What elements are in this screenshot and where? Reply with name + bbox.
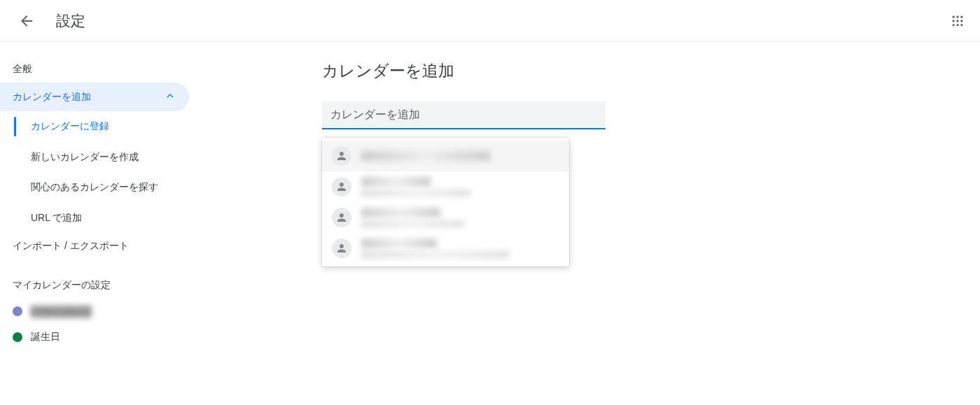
svg-point-6	[953, 24, 955, 26]
calendar-color-dot	[13, 332, 22, 342]
person-icon	[335, 180, 348, 193]
suggestion-item[interactable]	[322, 141, 569, 171]
calendar-entry[interactable]: 誕生日	[0, 324, 189, 350]
sidebar-subitem-subscribe[interactable]: カレンダーに登録	[15, 111, 189, 142]
suggestions-dropdown	[322, 138, 569, 267]
apps-menu-button[interactable]	[948, 11, 967, 31]
person-icon	[335, 150, 348, 162]
sidebar-subitem-browse-interest[interactable]: 関心のあるカレンダーを探す	[15, 172, 189, 203]
sidebar-label: インポート / エクスポート	[13, 240, 129, 253]
suggestion-item[interactable]	[322, 202, 569, 233]
my-calendars-section-title: マイカレンダーの設定	[0, 260, 189, 299]
sidebar-item-add-calendar[interactable]: カレンダーを追加	[0, 83, 189, 111]
content-area: 全般 カレンダーを追加 カレンダーに登録 新しいカレンダーを作成 関心のあるカレ…	[0, 42, 980, 405]
suggestion-text	[361, 177, 559, 197]
suggestion-text	[361, 208, 559, 227]
main-panel: カレンダーを追加	[189, 42, 980, 405]
suggestion-text	[361, 151, 559, 161]
suggestion-email-redacted	[361, 220, 464, 227]
suggestion-email-redacted	[361, 190, 470, 197]
suggestion-item[interactable]	[322, 171, 569, 202]
calendar-entry[interactable]: ████████	[0, 299, 189, 324]
apps-grid-icon	[951, 14, 965, 28]
sidebar-subitem-create-new[interactable]: 新しいカレンダーを作成	[15, 142, 189, 173]
suggestion-text	[361, 239, 559, 258]
calendar-color-dot	[13, 306, 22, 316]
sidebar-item-general[interactable]: 全般	[0, 56, 189, 83]
sidebar-label: 関心のあるカレンダーを探す	[31, 181, 158, 192]
sidebar-subitem-add-by-url[interactable]: URL で追加	[15, 203, 189, 234]
svg-point-4	[956, 20, 958, 22]
arrow-back-icon	[18, 13, 35, 29]
svg-point-8	[960, 24, 962, 26]
svg-point-3	[953, 20, 955, 22]
add-calendar-input-container	[322, 101, 606, 129]
main-title: カレンダーを追加	[322, 60, 980, 82]
calendar-label: 誕生日	[31, 331, 60, 343]
svg-point-7	[956, 24, 958, 26]
chevron-up-icon	[164, 90, 176, 104]
header-left: 設定	[17, 11, 85, 31]
person-icon	[335, 242, 348, 255]
avatar	[332, 239, 351, 258]
page-title: 設定	[56, 11, 85, 31]
avatar	[332, 208, 351, 227]
suggestion-email-redacted	[361, 251, 510, 258]
app-header: 設定	[0, 0, 980, 42]
sidebar-label: カレンダーを追加	[13, 91, 91, 104]
suggestion-name-redacted	[361, 151, 490, 161]
person-icon	[335, 211, 348, 224]
sidebar-label: 新しいカレンダーを作成	[31, 151, 139, 162]
svg-point-2	[960, 15, 962, 17]
svg-point-1	[956, 15, 958, 17]
svg-point-5	[960, 20, 962, 22]
avatar	[332, 177, 351, 197]
svg-point-0	[953, 15, 955, 17]
sidebar-item-import-export[interactable]: インポート / エクスポート	[0, 233, 189, 260]
sidebar-label: URL で追加	[31, 212, 82, 223]
sidebar-label: カレンダーに登録	[31, 120, 109, 132]
add-calendar-input[interactable]	[322, 101, 606, 129]
avatar	[332, 146, 351, 166]
settings-sidebar: 全般 カレンダーを追加 カレンダーに登録 新しいカレンダーを作成 関心のあるカレ…	[0, 42, 189, 405]
sidebar-subitems: カレンダーに登録 新しいカレンダーを作成 関心のあるカレンダーを探す URL で…	[14, 111, 189, 233]
back-button[interactable]	[17, 11, 36, 31]
suggestion-name-redacted	[361, 177, 430, 187]
suggestion-name-redacted	[361, 239, 437, 248]
suggestion-item[interactable]	[322, 233, 569, 264]
suggestion-name-redacted	[361, 208, 440, 218]
sidebar-label: 全般	[13, 63, 32, 76]
calendar-label: ████████	[31, 306, 92, 317]
